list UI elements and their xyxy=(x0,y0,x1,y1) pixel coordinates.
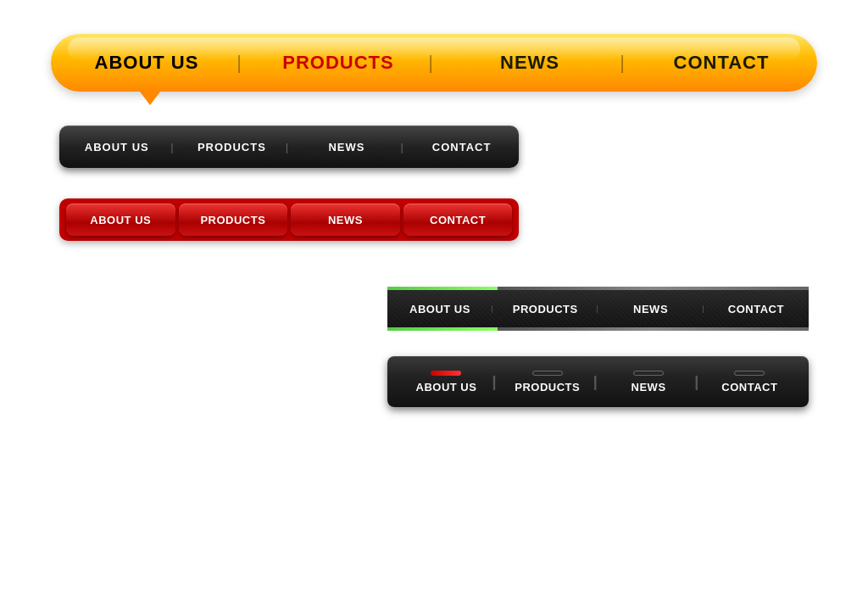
nav4-item-contact[interactable]: CONTACT xyxy=(704,303,809,315)
nav1-dropdown-arrow xyxy=(140,92,160,105)
nav1-bar: ABOUT US PRODUCTS NEWS CONTACT xyxy=(51,34,817,92)
nav5-indicator-about xyxy=(431,371,461,376)
nav5-bar: ABOUT US PRODUCTS NEWS CONTACT xyxy=(387,356,809,407)
nav1-item-products[interactable]: PRODUCTS xyxy=(242,52,434,74)
nav5-label-products: PRODUCTS xyxy=(515,381,580,394)
nav5-wrapper: ABOUT US PRODUCTS NEWS CONTACT xyxy=(387,356,809,407)
nav4-item-about[interactable]: ABOUT US xyxy=(387,303,492,315)
nav3-wrapper: ABOUT US PRODUCTS NEWS CONTACT xyxy=(59,198,519,241)
nav1-wrapper: ABOUT US PRODUCTS NEWS CONTACT xyxy=(51,34,817,92)
nav3-item-contact[interactable]: CONTACT xyxy=(403,204,513,236)
nav2-item-about[interactable]: ABOUT US xyxy=(59,141,175,154)
nav5-outer: ABOUT US PRODUCTS NEWS CONTACT xyxy=(387,356,809,407)
nav5-label-about: ABOUT US xyxy=(416,381,477,394)
nav1-item-about[interactable]: ABOUT US xyxy=(51,52,242,74)
nav4-item-products[interactable]: PRODUCTS xyxy=(492,303,598,315)
nav4-gray-bottom-accent xyxy=(498,327,809,331)
nav2-wrapper: ABOUT US PRODUCTS NEWS CONTACT xyxy=(59,126,519,168)
nav2-bar: ABOUT US PRODUCTS NEWS CONTACT xyxy=(59,126,519,168)
nav5-item-news[interactable]: NEWS xyxy=(598,371,698,394)
nav3-item-about[interactable]: ABOUT US xyxy=(66,204,175,236)
nav2-item-contact[interactable]: CONTACT xyxy=(404,141,520,154)
nav1-item-contact[interactable]: CONTACT xyxy=(626,52,817,74)
nav4-item-news[interactable]: NEWS xyxy=(598,303,703,315)
nav4-outer: ABOUT US PRODUCTS NEWS CONTACT xyxy=(387,287,809,331)
nav5-indicator-products xyxy=(532,371,563,376)
nav4-bar: ABOUT US PRODUCTS NEWS CONTACT xyxy=(387,287,809,331)
nav5-item-contact[interactable]: CONTACT xyxy=(699,371,800,394)
nav3-bar: ABOUT US PRODUCTS NEWS CONTACT xyxy=(59,198,519,241)
nav5-item-products[interactable]: PRODUCTS xyxy=(497,371,598,394)
nav5-label-news: NEWS xyxy=(632,381,666,394)
nav2-item-news[interactable]: NEWS xyxy=(289,141,404,154)
nav3-item-products[interactable]: PRODUCTS xyxy=(179,204,288,236)
nav5-indicator-news xyxy=(633,371,664,376)
nav5-item-about[interactable]: ABOUT US xyxy=(396,371,497,394)
nav4-green-bottom-accent xyxy=(387,327,498,331)
nav4-wrapper: ABOUT US PRODUCTS NEWS CONTACT xyxy=(387,283,809,331)
nav1-item-news[interactable]: NEWS xyxy=(434,52,626,74)
nav4-gray-top-accent xyxy=(498,287,809,290)
nav3-item-news[interactable]: NEWS xyxy=(291,204,400,236)
nav4-green-top-accent xyxy=(387,287,498,290)
nav5-label-contact: CONTACT xyxy=(721,381,777,394)
nav5-indicator-contact xyxy=(734,371,765,376)
nav2-item-products[interactable]: PRODUCTS xyxy=(175,141,290,154)
